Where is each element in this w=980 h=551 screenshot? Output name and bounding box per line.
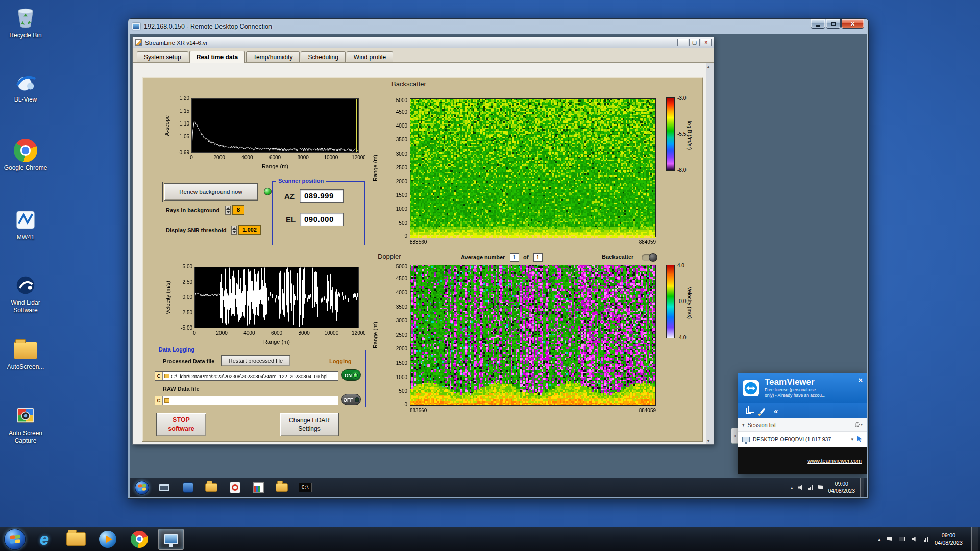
rdc-close-button[interactable]: × xyxy=(841,19,864,29)
snr-threshold-value[interactable]: 1.002 xyxy=(238,225,261,235)
tab-real-time-data[interactable]: Real time data xyxy=(189,51,245,63)
restart-processed-file-button[interactable]: Restart processed file xyxy=(221,355,290,366)
session-entry[interactable]: DESKTOP-OE0QDVI (1 817 937 ▾ xyxy=(738,432,867,447)
volume-icon[interactable] xyxy=(912,537,917,542)
volume-icon[interactable] xyxy=(798,485,803,490)
remote-show-desktop-button[interactable] xyxy=(860,478,864,497)
average-number-field[interactable]: 1 xyxy=(510,253,519,262)
tray-expand-icon[interactable]: ▴ xyxy=(878,537,880,542)
tab-temp-humidity[interactable]: Temp/humidity xyxy=(246,51,300,62)
snr-spinner[interactable] xyxy=(231,226,237,235)
tab-wind-profile[interactable]: Wind profile xyxy=(347,51,393,62)
doppler-colorbar-label: Velocity (m/s) xyxy=(687,265,693,341)
tab-system-setup[interactable]: System setup xyxy=(137,51,188,62)
raw-logging-toggle[interactable]: OFF xyxy=(341,394,361,405)
whiteboard-icon[interactable] xyxy=(760,408,765,414)
vi-close-button[interactable]: × xyxy=(701,39,712,46)
tab-scheduling[interactable]: Scheduling xyxy=(301,51,345,62)
teamviewer-website-link[interactable]: www.teamviewer.com xyxy=(807,458,862,464)
vi-client-area: Renew background now Rays in background … xyxy=(133,63,714,444)
expander-triangle-icon: ▾ xyxy=(742,422,745,428)
renew-background-button[interactable]: Renew background now xyxy=(164,183,258,201)
desktop: Recycle Bin BL-View Google Chrome MW41 W… xyxy=(0,0,980,551)
desktop-icon-auto-screen-capture[interactable]: Auto Screen Capture xyxy=(1,404,50,445)
logging-label: Logging xyxy=(329,358,351,364)
drive-selector[interactable]: C xyxy=(155,372,163,380)
taskbar-folder-app-button[interactable] xyxy=(203,481,219,495)
background-status-led xyxy=(264,188,272,195)
taskbar-explorer-button[interactable] xyxy=(274,481,290,495)
processed-data-file-path[interactable]: C C:\Lidar\Data\Proc\2023\202308\2023080… xyxy=(155,371,338,381)
rays-spinner[interactable] xyxy=(225,206,231,215)
taskbar-chrome-button[interactable] xyxy=(127,529,152,550)
session-list-header[interactable]: ▾ Session list ▾ xyxy=(738,418,867,432)
start-button[interactable] xyxy=(4,529,26,550)
rdc-maximize-button[interactable] xyxy=(826,19,841,29)
wind-lidar-icon xyxy=(14,273,37,297)
taskbar-explorer-button[interactable] xyxy=(63,529,89,550)
taskbar-media-player-button[interactable] xyxy=(95,529,120,550)
vi-minimize-button[interactable]: – xyxy=(677,39,688,46)
taskbar-window-app-button[interactable] xyxy=(156,481,173,495)
desktop-icon-mw41[interactable]: MW41 xyxy=(1,208,50,241)
drive-selector[interactable]: C xyxy=(155,396,163,405)
az-value[interactable]: 089.999 xyxy=(300,189,344,203)
desktop-icon-autoscreen[interactable]: AutoScreen... xyxy=(1,338,50,371)
taskbar-power-app-button[interactable] xyxy=(227,481,243,495)
rdc-titlebar[interactable]: 192.168.0.150 - Remote Desktop Connectio… xyxy=(128,19,868,34)
show-desktop-button[interactable] xyxy=(971,527,978,551)
backscatter-colorbar-label: log B (/m/sr) xyxy=(687,97,693,174)
raw-data-file-path[interactable]: C xyxy=(155,396,338,405)
screen-capture-icon xyxy=(14,404,37,428)
system-tray: ▴ 09:00 04/08/2023 xyxy=(878,527,980,551)
window-icon xyxy=(159,484,169,491)
of-label: of xyxy=(523,254,528,260)
change-lidar-settings-button[interactable]: Change LiDAR Settings xyxy=(280,413,339,436)
chrome-icon xyxy=(131,531,148,548)
rays-in-background-value[interactable]: 8 xyxy=(232,205,244,215)
command-prompt-icon: C:\ xyxy=(299,483,312,492)
action-center-flag-icon[interactable] xyxy=(887,537,892,541)
desktop-icon-recycle-bin[interactable]: Recycle Bin xyxy=(1,6,50,39)
icon-label: MW41 xyxy=(1,234,50,241)
remote-clock[interactable]: 09:00 04/08/2023 xyxy=(828,481,855,494)
icon-label: BL-View xyxy=(1,96,50,104)
teamviewer-expander[interactable]: › xyxy=(731,428,739,444)
processed-logging-toggle[interactable]: ON xyxy=(341,369,361,381)
clipboard-icon[interactable] xyxy=(746,408,751,414)
network-icon[interactable] xyxy=(808,485,813,490)
folder-icon xyxy=(66,532,86,546)
rdc-window: 192.168.0.150 - Remote Desktop Connectio… xyxy=(128,18,869,499)
desktop-icon-bl-view[interactable]: BL-View xyxy=(1,70,50,104)
backscatter-toggle[interactable] xyxy=(642,254,657,261)
teamviewer-close-button[interactable]: × xyxy=(858,375,863,384)
taskbar-ie-button[interactable]: e xyxy=(32,529,57,550)
stop-software-button[interactable]: STOP software xyxy=(156,413,206,436)
session-dropdown-icon[interactable]: ▾ xyxy=(851,437,853,442)
desktop-icon-google-chrome[interactable]: Google Chrome xyxy=(1,139,50,172)
vertical-scrollbar[interactable] xyxy=(706,63,714,444)
desktop-icon-wind-lidar[interactable]: Wind Lidar Software xyxy=(1,273,50,314)
tab-bar: System setup Real time data Temp/humidit… xyxy=(133,48,714,63)
tray-expand-icon[interactable]: ▴ xyxy=(791,485,793,490)
ascope-chart xyxy=(162,94,365,176)
rdc-minimize-button[interactable] xyxy=(811,19,825,29)
network-icon[interactable] xyxy=(924,537,928,542)
taskbar-chart-app-button[interactable] xyxy=(250,481,266,495)
taskbar-blue-app-button[interactable] xyxy=(180,481,196,495)
remote-taskbar: C:\ ▴ 09:00 04/08/2023 xyxy=(130,478,867,497)
streamline-titlebar[interactable]: StreamLine XR v14-6.vi – ▢ × xyxy=(133,37,714,48)
action-center-flag-icon[interactable] xyxy=(818,485,823,490)
taskbar-rdp-button[interactable] xyxy=(158,529,184,550)
display-icon[interactable] xyxy=(899,537,905,541)
taskbar-cmd-button[interactable]: C:\ xyxy=(297,481,313,495)
el-value[interactable]: 090.000 xyxy=(300,213,344,226)
processed-path-text: C:\Lidar\Data\Proc\2023\202308\20230804\… xyxy=(171,373,327,379)
settings-gear-icon[interactable] xyxy=(855,422,860,427)
remote-start-button[interactable] xyxy=(135,481,149,495)
folder-icon xyxy=(276,483,288,492)
vi-maximize-button[interactable]: ▢ xyxy=(689,39,700,46)
collapse-icon[interactable]: « xyxy=(774,407,778,415)
host-clock[interactable]: 09:00 04/08/2023 xyxy=(935,532,963,546)
of-field[interactable]: 1 xyxy=(533,253,543,262)
